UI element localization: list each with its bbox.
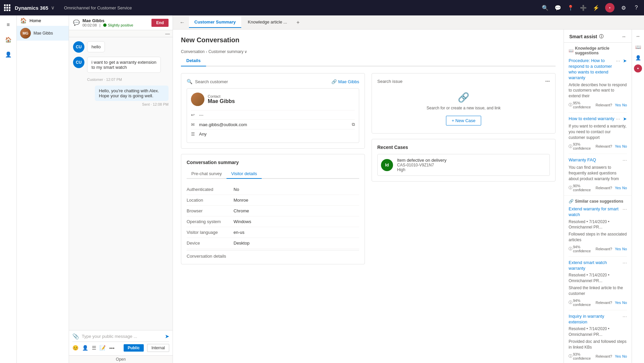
recent-cases-title: Recent Cases [377, 145, 550, 150]
no-case-3[interactable]: No [622, 354, 627, 358]
yes-button-3[interactable]: Yes [615, 186, 621, 190]
agent-meta: Sent · 12:08 PM [142, 102, 169, 106]
smart-article-2-menu[interactable]: ··· [616, 116, 620, 122]
yes-case-2[interactable]: Yes [615, 301, 621, 305]
list-icon[interactable]: ☰ [92, 345, 96, 351]
issue-menu[interactable]: ••• [545, 79, 550, 84]
chat-message-1: CU hello [73, 41, 169, 53]
sub-tab-details[interactable]: Details [181, 55, 206, 66]
smart-case-2-menu[interactable]: ··· [623, 260, 627, 266]
contact-card: Contact Mae Gibbs ↩ --- ✉ [187, 88, 359, 143]
relevant-label-case-2: Relevant? [595, 301, 612, 305]
public-tab-button[interactable]: Public [124, 344, 144, 352]
case-item-1[interactable]: Id Item defective on delivery CAS-01010-… [377, 154, 550, 176]
yes-case-3[interactable]: Yes [615, 354, 621, 358]
smart-assist-inner: Smart assist ⓘ ↔ 📖 Knowledge article sug… [564, 30, 644, 363]
smart-user-icon[interactable]: 👤 [634, 54, 642, 62]
smart-article-2-title[interactable]: How to extend warranty [569, 116, 615, 122]
tab-knowledge-article-label: Knowledge article ... [248, 19, 287, 24]
email-value: mae.gibbs@outlook.com [199, 122, 247, 127]
topbar-icons: 🔍 💬 📍 ➕ ⚡ • ⚙ ? [541, 3, 640, 12]
no-button-2[interactable]: No [622, 144, 627, 148]
email-icon: ✉ [191, 122, 196, 127]
sidebar-menu-icon[interactable]: ≡ [2, 18, 15, 32]
breadcrumb-item-2[interactable]: Customer summary ∨ [208, 49, 247, 54]
user-avatar[interactable]: • [605, 3, 615, 12]
new-case-button[interactable]: + New Case [446, 116, 481, 125]
no-case-2[interactable]: No [622, 301, 627, 305]
sidebar-agent-icon[interactable]: 👤 [2, 48, 15, 61]
tab-knowledge-article[interactable]: Knowledge article ... [243, 17, 293, 28]
smart-case-3-menu[interactable]: ··· [623, 314, 627, 320]
sidebar-home-icon[interactable]: 🏠 [2, 33, 15, 46]
agents-panel: 🏠 Home MG Mae Gibbs [17, 15, 69, 363]
customer-link[interactable]: 🔗 Mae Gibbs [331, 79, 359, 84]
smart-case-2-desc: Resolved • 7/14/2020 • Omnichannel PR... [569, 272, 627, 284]
smart-case-3-title[interactable]: Inquiry in warranty extension [569, 314, 621, 325]
value-location: Monroe [234, 198, 248, 203]
knowledge-section-label: Knowledge article suggestions [575, 46, 627, 55]
smart-article-3-title[interactable]: Warranty FAQ [569, 157, 621, 163]
more-icon[interactable]: ••• [109, 345, 115, 351]
tab-customer-summary[interactable]: Customer Summary [189, 17, 241, 28]
knowledge-suggestions-section: 📖 Knowledge article suggestions Procedur… [564, 43, 632, 196]
emoji-icon[interactable]: 😊 [72, 345, 79, 351]
chat-message-input[interactable] [82, 334, 162, 339]
no-case-1[interactable]: No [622, 247, 627, 251]
person-icon[interactable]: 👤 [82, 345, 88, 351]
smart-case-1-title[interactable]: Extend warranty for smart watch [569, 206, 621, 218]
note-icon[interactable]: 📝 [100, 345, 106, 351]
smart-case-3-desc: Resolved • 7/14/2020 • Omnichannel PR... [569, 326, 627, 338]
no-button-1[interactable]: No [622, 103, 627, 107]
agent-message-row: Hello, you're chatting with Alex. Hope y… [73, 86, 169, 106]
smart-expand-icon[interactable]: ↔ [634, 32, 642, 40]
location-icon[interactable]: 📍 [567, 4, 574, 11]
case-priority: High [397, 167, 446, 172]
tab-prechat-survey[interactable]: Pre-chat survey [187, 169, 227, 179]
email-action-icon[interactable]: ⧉ [352, 122, 355, 127]
new-tab-button[interactable]: + [294, 17, 302, 28]
smart-article-1-title[interactable]: Procedure: How to respond to a customer … [569, 58, 615, 81]
home-nav-item[interactable]: 🏠 Home [17, 15, 69, 26]
info-icon-case-3: ⓘ [569, 354, 572, 359]
smart-article-3-menu[interactable]: ··· [623, 157, 627, 163]
tab-visitor-details[interactable]: Visitor details [227, 169, 262, 179]
smart-red-icon[interactable]: • [634, 64, 642, 72]
add-icon[interactable]: ➕ [580, 4, 587, 11]
smart-case-2-title[interactable]: Extend smart watch warranty [569, 260, 621, 271]
smart-case-1-menu[interactable]: ··· [623, 206, 627, 212]
filter-icon[interactable]: ⚡ [592, 4, 600, 11]
waffle-icon[interactable] [4, 4, 11, 11]
no-button-3[interactable]: No [622, 186, 627, 190]
smart-article-1-footer: ⓘ 95% confidence Relevant? Yes No [569, 101, 627, 109]
end-session-button[interactable]: End [151, 19, 169, 27]
info-icon-case-1: ⓘ [569, 246, 572, 251]
back-button[interactable]: ← [177, 18, 188, 27]
settings-icon[interactable]: ⚙ [620, 4, 627, 11]
attach-icon[interactable]: 📎 [72, 333, 79, 340]
yes-button-1[interactable]: Yes [615, 103, 621, 107]
case-title: Item defective on delivery [397, 158, 446, 163]
conversation-details-label: Conversation details [187, 254, 226, 259]
search-customer-label: Search customer [195, 79, 329, 84]
chat-messages: CU hello CU i want to get a warranty ext… [69, 37, 173, 330]
internal-tab-button[interactable]: Internal [147, 344, 169, 352]
session-customer-name: Mae Gibbs [82, 18, 133, 23]
yes-case-1[interactable]: Yes [615, 247, 621, 251]
help-icon[interactable]: ? [633, 4, 640, 11]
search-icon[interactable]: 🔍 [541, 4, 549, 11]
send-article-1-button[interactable]: ➤ [623, 58, 627, 63]
smart-assist-right-strip: ↔ 📖 👤 • [632, 30, 644, 363]
smart-info-icon[interactable]: ⓘ [599, 34, 603, 40]
smart-case-1-footer: ⓘ 94% confidence Relevant? Yes No [569, 245, 627, 253]
smart-article-1-menu[interactable]: ··· [616, 58, 620, 64]
minimize-button[interactable]: — [165, 31, 170, 36]
send-article-2-button[interactable]: ➤ [623, 116, 627, 121]
field-language: Visitor language en-us [187, 227, 359, 238]
smart-collapse-icon[interactable]: ↔ [622, 34, 626, 39]
smart-book-icon[interactable]: 📖 [634, 43, 642, 51]
send-message-button[interactable]: ➤ [165, 333, 169, 340]
chat-icon[interactable]: 💬 [554, 4, 562, 11]
agent-item-mae-gibbs[interactable]: MG Mae Gibbs [17, 26, 69, 41]
yes-button-2[interactable]: Yes [615, 144, 621, 148]
